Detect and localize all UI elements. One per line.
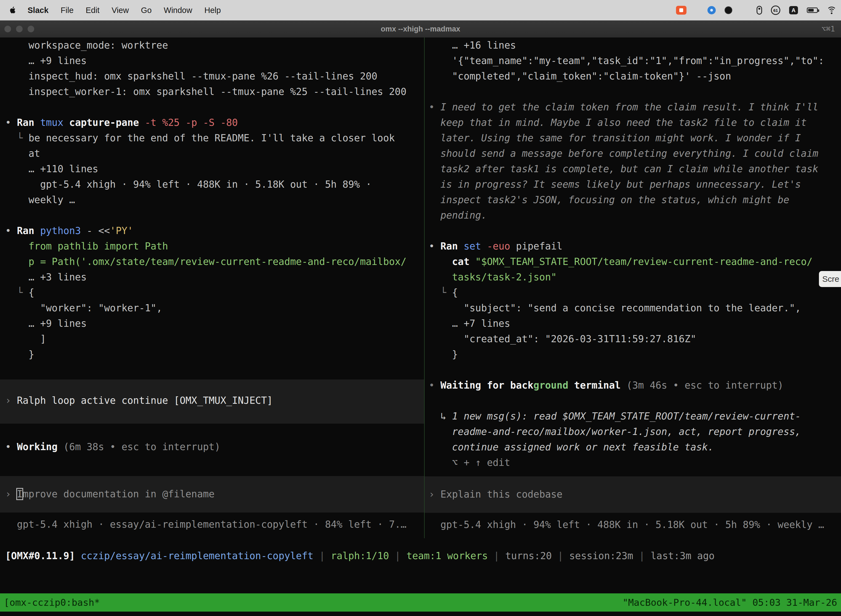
text-segment: |	[552, 550, 569, 561]
text-segment: '{"team_name":"my-team","task_id":"1","f…	[429, 55, 824, 66]
menubar-item-file[interactable]: File	[61, 6, 74, 15]
text-segment: (6m 38s • esc to interrupt)	[63, 441, 220, 452]
terminal-line: }	[429, 347, 841, 362]
text-segment: cczip/essay/ai-reimplementation-copyleft	[81, 550, 314, 561]
text-segment: |	[488, 550, 505, 561]
prompt-input-row[interactable]: › Explain this codebase	[425, 476, 841, 513]
wifi-icon[interactable]	[827, 7, 837, 14]
terminal-line: • I need to get the claim token from the…	[429, 99, 841, 115]
text-segment: •	[5, 441, 17, 452]
terminal-line: inspect_hud: omx sparkshell --tmux-pane …	[5, 69, 424, 84]
terminal-line: "worker": "worker-1",	[5, 300, 424, 316]
screen-recording-indicator[interactable]	[676, 6, 687, 15]
battery-percent-badge[interactable]: 61	[771, 6, 780, 15]
terminal-line: "subject": "send a concise recommendatio…	[429, 300, 841, 316]
text-segment: inspect_hud: omx sparkshell --tmux-pane …	[5, 70, 378, 82]
apple-menu-icon[interactable]	[9, 7, 15, 14]
text-segment: pipefail	[516, 241, 563, 252]
text-segment: python3	[40, 225, 86, 236]
text-segment: keep that in mind. Maybe I also need the…	[429, 117, 807, 128]
terminal-line: readme-and-reco/mailbox/worker-1.json, a…	[429, 424, 841, 439]
text-segment: {	[28, 287, 34, 298]
text-segment: "completed","claim_token":"claim-token"}…	[429, 70, 731, 82]
prompt-input-text: › Improve documentation in @filename	[5, 486, 424, 502]
text-segment: from pathlib import Path	[5, 241, 168, 252]
terminal-line: • Working (6m 38s • esc to interrupt)	[5, 439, 424, 455]
tmux-session-label: [omx-cczip0:bash*	[4, 597, 100, 608]
terminal-line: later. Using the same for transition mig…	[429, 130, 841, 146]
text-segment: Ran	[440, 241, 463, 252]
text-segment: (3m 46s • esc to interrupt)	[626, 380, 783, 391]
terminal-line: workspace_mode: worktree	[5, 38, 424, 53]
text-segment: gpt-5.4 xhigh · 94% left · 488K in · 5.1…	[5, 179, 372, 190]
text-segment: - <<	[86, 225, 110, 236]
terminal-line: cat "$OMX_TEAM_STATE_ROOT/team/review-cu…	[429, 254, 841, 269]
text-segment: 1 new msg(s): read $OMX_TEAM_STATE_ROOT/…	[452, 411, 801, 422]
text-segment: 'PY'	[110, 225, 133, 236]
terminal-line: └ be necessary for the end of the README…	[5, 130, 424, 146]
blue-app-icon[interactable]	[708, 6, 716, 14]
text-segment: •	[5, 225, 17, 236]
menubar-status-icons: 61 A	[676, 6, 837, 15]
terminal-line: inspect_worker-1: omx sparkshell --tmux-…	[5, 84, 424, 99]
text-segment: be necessary for the end of the README. …	[28, 132, 395, 144]
screen-capture-overlay[interactable]: Scre	[819, 271, 841, 287]
text-segment: turns:20	[505, 550, 552, 561]
text-segment: session:23m	[569, 550, 633, 561]
menubar-item-edit[interactable]: Edit	[86, 6, 100, 15]
tmux-host-clock: "MacBook-Pro-44.local" 05:03 31-Mar-26	[623, 597, 837, 608]
menubar-item-go[interactable]: Go	[141, 6, 152, 15]
prompt-input-text: › Explain this codebase	[429, 487, 841, 502]
input-source-icon[interactable]: A	[789, 6, 798, 14]
menubar-item-help[interactable]: Help	[204, 6, 221, 15]
terminal-blank-line	[429, 223, 841, 238]
tmux-right-pane[interactable]: … +16 lines '{"team_name":"my-team","tas…	[425, 38, 841, 532]
text-segment: }	[429, 349, 458, 360]
dark-circle-icon[interactable]	[725, 6, 732, 14]
text-segment: … +9 lines	[5, 318, 86, 329]
terminal-line: "completed","claim_token":"claim-token"}…	[429, 69, 841, 84]
terminal-line: tasks/task-2.json"	[429, 269, 841, 285]
text-segment: •	[429, 101, 440, 113]
text-segment: tasks/task-2.json"	[429, 271, 557, 283]
prompt-input-row[interactable]: › Ralph loop active continue [OMX_TMUX_I…	[0, 380, 424, 424]
terminal-line: pending.	[429, 208, 841, 223]
text-segment: … +9 lines	[5, 55, 86, 66]
text-segment: }	[5, 349, 34, 360]
window-title: omx --xhigh --madmax	[0, 21, 841, 38]
menubar-app-name[interactable]: Slack	[28, 6, 48, 15]
menubar-item-window[interactable]: Window	[164, 6, 192, 15]
text-segment: Ran	[17, 117, 40, 128]
menu-items: Slack File Edit View Go Window Help	[9, 6, 221, 15]
text-segment: ›	[429, 489, 440, 500]
keyhole-icon[interactable]	[757, 6, 762, 15]
text-segment: pending.	[429, 210, 487, 221]
prompt-input-row[interactable]: › Improve documentation in @filename	[0, 476, 424, 512]
text-segment: •	[429, 241, 440, 252]
text-segment: ↳	[429, 411, 452, 422]
text-segment: └	[5, 287, 28, 298]
menubar-item-view[interactable]: View	[112, 6, 129, 15]
text-segment: inspect_worker-1: omx sparkshell --tmux-…	[5, 86, 406, 97]
text-segment: readme-and-reco/mailbox/worker-1.json, a…	[429, 426, 801, 437]
prompt-input-text: › Ralph loop active continue [OMX_TMUX_I…	[5, 393, 424, 408]
text-segment: Ran	[17, 225, 40, 236]
text-segment: Explain this codebase	[440, 489, 563, 500]
terminal-line: keep that in mind. Maybe I also need the…	[429, 115, 841, 130]
tmux-left-pane[interactable]: workspace_mode: worktree … +9 lines insp…	[0, 38, 424, 532]
text-segment: is in progress? It seems likely but perh…	[429, 179, 801, 190]
battery-icon[interactable]	[807, 7, 818, 13]
text-segment: gpt-5.4 xhigh · essay/ai-reimplementatio…	[5, 519, 406, 530]
text-segment: terminal	[568, 380, 627, 391]
terminal-line: ↳ 1 new msg(s): read $OMX_TEAM_STATE_ROO…	[429, 408, 841, 424]
omx-hud-status-line: [OMX#0.11.9] cczip/essay/ai-reimplementa…	[0, 548, 841, 563]
terminal-line: should send a message before completing …	[429, 146, 841, 161]
terminal-line: └ {	[5, 285, 424, 300]
text-segment: task2 after task1 is complete, but can I…	[429, 163, 818, 175]
terminal-blank-line	[429, 393, 841, 408]
text-segment: weekly …	[5, 194, 75, 205]
text-segment	[75, 550, 81, 561]
macos-menu-bar: Slack File Edit View Go Window Help 61 A	[0, 0, 841, 21]
window-tab-shortcut: ⌥⌘1	[821, 21, 835, 38]
tmux-pane-divider	[424, 38, 425, 538]
